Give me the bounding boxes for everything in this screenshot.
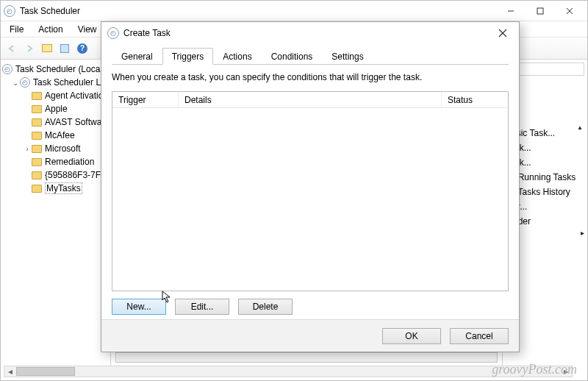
tree-folder[interactable]: McAfee [1,129,110,142]
scroll-thumb[interactable] [16,367,75,376]
tree-library-label: Task Scheduler Lib [33,77,107,88]
watermark: groovyPost.com [492,362,577,377]
folder-icon [32,158,42,166]
menu-action[interactable]: Action [35,23,65,36]
edit-trigger-button[interactable]: Edit... [175,299,229,315]
cancel-button[interactable]: Cancel [450,328,509,344]
tree-folder-label: Apple [45,104,68,114]
tab-general[interactable]: General [112,48,162,65]
tree-root-label: Task Scheduler (Local) [15,64,105,74]
collapse-icon[interactable]: ⌄ [11,79,20,87]
minimize-button[interactable] [496,1,526,21]
tree-folder[interactable]: Remediation [1,155,110,168]
dialog-titlebar: ◴ Create Task [101,22,519,44]
folder-icon [32,105,42,113]
clock-icon: ◴ [2,64,12,74]
close-button[interactable] [555,1,584,21]
forward-icon [21,40,37,57]
svg-rect-1 [537,8,543,14]
ok-button[interactable]: OK [382,328,441,344]
triggers-caption: When you create a task, you can specify … [112,72,509,91]
tree-folder-label: Microsoft [45,143,81,154]
horizontal-scrollbar[interactable]: ◂ ▸ [4,366,573,377]
tree-library[interactable]: ⌄ ◴ Task Scheduler Lib [1,76,110,89]
main-titlebar: ◴ Task Scheduler [1,1,587,21]
properties-icon[interactable] [57,40,73,57]
tree-folder[interactable]: AVAST Software [1,115,110,129]
folder-icon [32,132,42,140]
folder-icon [32,171,42,179]
dialog-close-button[interactable] [492,25,513,41]
help-icon[interactable]: ? [74,40,90,57]
tree-folder[interactable]: {595886F3-7FE [1,168,110,182]
tree-folder-mytasks[interactable]: MyTasks [1,182,110,195]
tree-folder-label: {595886F3-7FE [45,170,107,180]
tab-settings[interactable]: Settings [322,48,373,65]
tree-folder[interactable]: Apple [1,102,110,115]
clock-icon: ◴ [20,77,30,88]
col-status[interactable]: Status [442,92,508,107]
listview-header: Trigger Details Status [112,92,508,108]
menu-view[interactable]: View [75,23,100,36]
dialog-footer: OK Cancel [101,319,519,352]
tree-folder-label: AVAST Software [45,117,110,127]
folder-icon [32,92,42,100]
tree-folder-label: Agent Activatio [45,90,103,101]
delete-trigger-button[interactable]: Delete [238,299,293,315]
tab-actions[interactable]: Actions [213,48,261,65]
tree-root[interactable]: ◴ Task Scheduler (Local) [1,63,110,76]
tree-folder-label: Remediation [45,157,94,167]
chevron-right-icon[interactable]: ▸ [581,229,584,237]
create-task-dialog: ◴ Create Task General Triggers Actions C… [101,21,520,352]
status-bar [115,352,498,363]
collapse-icon[interactable]: ▲ [577,124,583,131]
tab-conditions[interactable]: Conditions [262,48,323,65]
menu-file[interactable]: File [7,23,26,36]
tree-panel: ◴ Task Scheduler (Local) ⌄ ◴ Task Schedu… [1,60,111,366]
new-trigger-button[interactable]: New... [112,299,166,315]
col-details[interactable]: Details [179,92,442,107]
clock-icon: ◴ [107,27,119,39]
maximize-button[interactable] [526,1,555,21]
tabstrip: General Triggers Actions Conditions Sett… [112,47,509,65]
back-icon [4,40,20,57]
trigger-listview[interactable]: Trigger Details Status [112,91,509,291]
tab-triggers[interactable]: Triggers [162,48,214,65]
tree-folder-label: McAfee [45,130,75,140]
tree-folder-label: MyTasks [45,182,82,194]
tree-folder-microsoft[interactable]: ›Microsoft [1,142,110,155]
dialog-title: Create Task [123,28,171,38]
folder-icon [32,145,42,153]
tree-folder[interactable]: Agent Activatio [1,89,110,102]
expand-icon[interactable]: › [23,145,32,153]
window-title: Task Scheduler [20,6,80,16]
trigger-buttons: New... Edit... Delete [112,299,509,315]
app-clock-icon: ◴ [4,5,15,17]
col-trigger[interactable]: Trigger [112,92,179,107]
folder-icon[interactable] [39,40,55,57]
folder-icon [32,185,42,193]
scroll-left-icon[interactable]: ◂ [4,366,16,377]
listview-body[interactable] [112,108,508,291]
folder-icon [32,118,42,127]
triggers-tab-content: When you create a task, you can specify … [112,65,509,319]
task-scheduler-window: ◴ Task Scheduler File Action View ? [0,0,588,381]
